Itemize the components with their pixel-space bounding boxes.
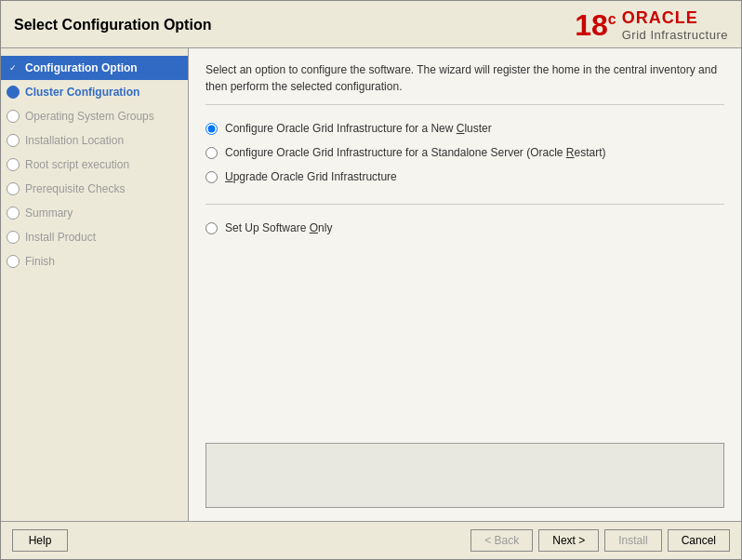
step-icon-configuration-option: ✓ (5, 60, 21, 76)
sidebar-item-finish[interactable]: Finish (1, 249, 188, 273)
option-upgrade[interactable]: Upgrade Oracle Grid Infrastructure (205, 170, 724, 183)
help-button[interactable]: Help (12, 529, 68, 552)
oracle-brand-text: ORACLE Grid Infrastructure (622, 8, 728, 42)
option-software-only[interactable]: Set Up Software Only (205, 221, 724, 234)
sidebar-item-cluster-configuration[interactable]: Cluster Configuration (1, 80, 188, 104)
sidebar-label-summary: Summary (25, 207, 73, 220)
page-title: Select Configuration Option (14, 17, 211, 33)
sidebar-label-root-script: Root script execution (25, 158, 129, 171)
back-button[interactable]: < Back (470, 529, 533, 552)
description-text: Select an option to configure the softwa… (205, 61, 724, 105)
next-button[interactable]: Next > (538, 529, 599, 552)
label-new-cluster: Configure Oracle Grid Infrastructure for… (225, 122, 492, 135)
title-bar: Select Configuration Option 18c ORACLE G… (1, 1, 741, 48)
sidebar-label-prerequisite-checks: Prerequisite Checks (25, 182, 125, 195)
sidebar-label-cluster-configuration: Cluster Configuration (25, 86, 139, 99)
step-icon-finish (5, 253, 21, 270)
main-window: Select Configuration Option 18c ORACLE G… (0, 0, 742, 560)
oracle-version: 18c (575, 10, 616, 40)
oracle-logo: 18c ORACLE Grid Infrastructure (575, 8, 728, 42)
navigation-buttons: < Back Next > Install Cancel (470, 529, 730, 552)
content-spacer (205, 246, 724, 433)
sidebar-item-root-script[interactable]: Root script execution (1, 153, 188, 177)
radio-standalone[interactable] (205, 147, 218, 159)
cancel-button[interactable]: Cancel (668, 529, 730, 552)
sidebar-item-install-product[interactable]: Install Product (1, 225, 188, 249)
sidebar-label-configuration-option: Configuration Option (25, 61, 138, 74)
sidebar-label-finish: Finish (25, 255, 55, 268)
step-icon-cluster-configuration (5, 84, 21, 100)
option-standalone[interactable]: Configure Oracle Grid Infrastructure for… (205, 146, 724, 159)
install-button[interactable]: Install (604, 529, 661, 552)
sidebar-item-os-groups[interactable]: Operating System Groups (1, 104, 188, 128)
option-divider (205, 204, 724, 205)
label-standalone: Configure Oracle Grid Infrastructure for… (225, 146, 606, 159)
label-upgrade: Upgrade Oracle Grid Infrastructure (225, 170, 397, 183)
label-software-only: Set Up Software Only (225, 221, 332, 234)
sidebar: ✓ Configuration Option Cluster Configura… (1, 48, 189, 521)
main-content: ✓ Configuration Option Cluster Configura… (1, 48, 741, 521)
option-new-cluster[interactable]: Configure Oracle Grid Infrastructure for… (205, 122, 724, 135)
step-icon-summary (5, 205, 21, 221)
sidebar-item-summary[interactable]: Summary (1, 201, 188, 225)
sidebar-item-prerequisite-checks[interactable]: Prerequisite Checks (1, 177, 188, 201)
step-icon-installation-location (5, 132, 21, 149)
oracle-product-name: Grid Infrastructure (622, 28, 728, 42)
sidebar-label-installation-location: Installation Location (25, 134, 124, 147)
radio-new-cluster[interactable] (205, 123, 218, 135)
radio-software-only[interactable] (205, 222, 218, 234)
sidebar-label-os-groups: Operating System Groups (25, 110, 154, 123)
oracle-brand-name: ORACLE (622, 8, 698, 28)
step-icon-os-groups (5, 108, 21, 125)
sidebar-label-install-product: Install Product (25, 231, 96, 244)
notes-box (205, 443, 724, 508)
sidebar-item-configuration-option[interactable]: ✓ Configuration Option (1, 56, 188, 80)
step-icon-prerequisite-checks (5, 180, 21, 197)
bottom-bar: Help < Back Next > Install Cancel (1, 521, 741, 559)
content-area: Select an option to configure the softwa… (189, 48, 741, 521)
step-icon-root-script (5, 156, 21, 173)
sidebar-item-installation-location[interactable]: Installation Location (1, 128, 188, 153)
step-icon-install-product (5, 229, 21, 246)
radio-upgrade[interactable] (205, 171, 218, 183)
